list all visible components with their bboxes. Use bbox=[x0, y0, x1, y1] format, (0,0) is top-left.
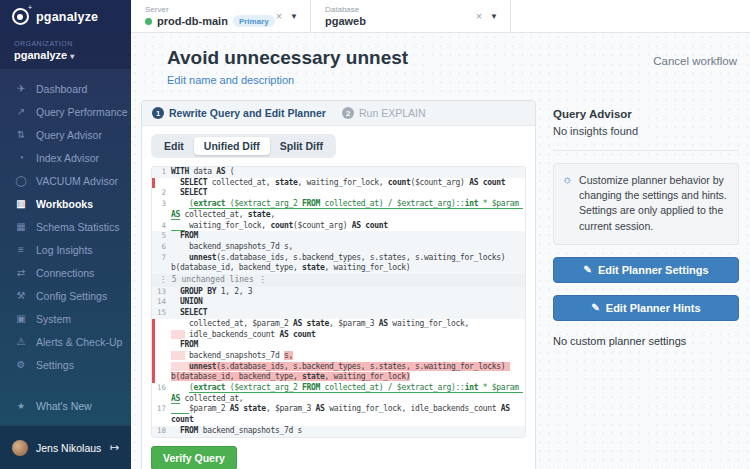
sidebar-item-label: VACUUM Advisor bbox=[36, 175, 118, 187]
line-number: 5 bbox=[152, 231, 171, 242]
sidebar-item-label: Index Advisor bbox=[36, 152, 99, 164]
line-number bbox=[152, 178, 171, 189]
sidebar-item-schema-statistics[interactable]: ▦Schema Statistics bbox=[0, 215, 131, 238]
button-label: Edit Planner Hints bbox=[606, 302, 701, 314]
chart-icon: ↗ bbox=[15, 106, 27, 117]
code-line: unnest(s.database_ids, s.backend_types, … bbox=[152, 362, 525, 383]
line-number: 16 bbox=[152, 383, 171, 404]
pganalyze-logo-icon bbox=[12, 8, 29, 25]
sidebar-item-settings[interactable]: ⚙Settings bbox=[0, 353, 131, 376]
planner-info-box: ☼ Customize planner behavior by changing… bbox=[553, 163, 739, 245]
sidebar-item-dashboard[interactable]: ✈Dashboard bbox=[0, 77, 131, 100]
main-content: Avoid unnecessary unnest Edit name and d… bbox=[131, 33, 750, 469]
server-label: Server bbox=[145, 5, 275, 14]
user-menu[interactable]: Jens Nikolaus ↦ bbox=[0, 425, 131, 469]
sidebar-nav: ✈Dashboard↗Query Performance⇅Query Advis… bbox=[0, 77, 131, 376]
line-number bbox=[152, 340, 171, 351]
pganalyze-logo[interactable]: pganalyze bbox=[0, 0, 131, 33]
line-number: 13 bbox=[152, 287, 171, 298]
organization-name: pganalyze bbox=[14, 49, 67, 61]
logout-icon[interactable]: ↦ bbox=[110, 441, 119, 454]
server-selector[interactable]: Server prod-db-main Primary × ▼ bbox=[131, 0, 311, 32]
button-label: Edit Planner Settings bbox=[598, 264, 709, 276]
edit-pencil-icon: ✎ bbox=[583, 264, 591, 275]
gift-icon: ★ bbox=[15, 401, 27, 411]
step-run-explain[interactable]: 2Run EXPLAIN bbox=[342, 107, 426, 119]
sidebar-item-workbooks[interactable]: ▥Workbooks bbox=[0, 192, 131, 215]
sidebar-item-connections[interactable]: ⇄Connections bbox=[0, 261, 131, 284]
sidebar-item-system[interactable]: ▣System bbox=[0, 307, 131, 330]
sidebar-item-label: Dashboard bbox=[36, 83, 87, 95]
paper-plane-icon: ✈ bbox=[15, 83, 27, 94]
edit-planner-hints-button[interactable]: ✎Edit Planner Hints bbox=[553, 295, 739, 321]
code-line: 6 backend_snapshots_7d s, bbox=[152, 242, 525, 253]
line-number: 1 bbox=[152, 167, 171, 178]
database-name: pgaweb bbox=[325, 15, 366, 27]
whats-new-label: What's New bbox=[36, 400, 92, 412]
server-status-dot bbox=[145, 18, 152, 25]
step-number-icon: 2 bbox=[342, 107, 354, 119]
sidebar-item-query-advisor[interactable]: ⇅Query Advisor bbox=[0, 123, 131, 146]
sidebar-item-label: Settings bbox=[36, 359, 74, 371]
line-number bbox=[152, 319, 171, 330]
sidebar-item-label: Schema Statistics bbox=[36, 221, 119, 233]
sidebar-item-label: Workbooks bbox=[36, 198, 93, 210]
line-number: 14 bbox=[152, 297, 171, 308]
code-line: 15 SELECT bbox=[152, 308, 525, 319]
sidebar-item-log-insights[interactable]: ≡Log Insights bbox=[0, 238, 131, 261]
workflow-steps: 1Rewrite Query and Edit Planner2Run EXPL… bbox=[142, 101, 535, 126]
server-dropdown-icon[interactable]: ▼ bbox=[290, 12, 298, 21]
gear-icon: ⚙ bbox=[15, 359, 27, 370]
step-rewrite-query-and-edit-planner[interactable]: 1Rewrite Query and Edit Planner bbox=[152, 107, 326, 119]
code-line: 7 unnest(s.database_ids, s.backend_types… bbox=[152, 253, 525, 274]
code-line: collected_at, $param_2 AS state, $param_… bbox=[152, 319, 525, 330]
sliders-icon: ⇅ bbox=[15, 129, 27, 140]
sql-diff-editor[interactable]: 1WITH data AS ( SELECT collected_at, sta… bbox=[151, 166, 526, 438]
line-number: 6 bbox=[152, 242, 171, 253]
code-line: 3 (extract ($extract_arg_2 FROM collecte… bbox=[152, 199, 525, 220]
code-line: 2 SELECT bbox=[152, 188, 525, 199]
verify-query-button[interactable]: Verify Query bbox=[151, 446, 237, 469]
database-dropdown-icon[interactable]: ▼ bbox=[490, 12, 498, 21]
sidebar-item-vacuum-advisor[interactable]: ◯VACUUM Advisor bbox=[0, 169, 131, 192]
code-line: 1WITH data AS ( bbox=[152, 167, 525, 178]
edit-name-description-link[interactable]: Edit name and description bbox=[167, 74, 294, 86]
code-line: 17 $param_2 AS state, $param_3 AS waitin… bbox=[152, 404, 525, 425]
diff-view-tabs: EditUnified DiffSplit Diff bbox=[151, 134, 336, 158]
sidebar-item-query-performance[interactable]: ↗Query Performance bbox=[0, 100, 131, 123]
line-number: 17 bbox=[152, 404, 171, 425]
sidebar-item-config-settings[interactable]: ⚒Config Settings bbox=[0, 284, 131, 307]
step-label: Run EXPLAIN bbox=[359, 107, 426, 119]
line-number bbox=[152, 351, 171, 362]
code-line: 18 FROM backend_snapshots_7d s bbox=[152, 426, 525, 437]
sidebar-item-whats-new[interactable]: ★ What's New bbox=[0, 394, 131, 417]
tab-split-diff[interactable]: Split Diff bbox=[270, 137, 333, 155]
sidebar: ORGANIZATION pganalyze ▾ ✈Dashboard↗Quer… bbox=[0, 33, 131, 469]
cancel-workflow-link[interactable]: Cancel workflow bbox=[653, 55, 737, 67]
line-number: 4 bbox=[152, 221, 171, 232]
query-advisor-panel: Query Advisor No insights found ☼ Custom… bbox=[553, 108, 739, 347]
edit-planner-settings-button[interactable]: ✎Edit Planner Settings bbox=[553, 257, 739, 283]
edit-pencil-icon: ✎ bbox=[591, 302, 599, 313]
server-icon: ▣ bbox=[15, 313, 27, 324]
organization-label: ORGANIZATION bbox=[14, 40, 117, 47]
tab-unified-diff[interactable]: Unified Diff bbox=[194, 137, 270, 155]
divider bbox=[553, 150, 739, 151]
server-clear-icon[interactable]: × bbox=[276, 10, 282, 22]
line-number bbox=[152, 362, 171, 383]
server-name: prod-db-main bbox=[157, 15, 228, 27]
sidebar-item-label: Config Settings bbox=[36, 290, 107, 302]
sidebar-item-index-advisor[interactable]: ◔Index Advisor bbox=[0, 146, 131, 169]
rewrite-query-card: 1Rewrite Query and Edit Planner2Run EXPL… bbox=[141, 100, 536, 469]
tab-edit[interactable]: Edit bbox=[154, 137, 194, 155]
query-advisor-title: Query Advisor bbox=[553, 108, 739, 120]
database-selector[interactable]: Database pgaweb × ▼ bbox=[311, 0, 511, 32]
organization-switcher[interactable]: ORGANIZATION pganalyze ▾ bbox=[0, 33, 131, 69]
sidebar-item-label: Query Performance bbox=[36, 106, 128, 118]
database-clear-icon[interactable]: × bbox=[476, 10, 482, 22]
sidebar-item-alerts-check-up[interactable]: ⚠Alerts & Check-Up bbox=[0, 330, 131, 353]
log-list-icon: ≡ bbox=[15, 244, 27, 255]
user-avatar bbox=[12, 440, 28, 456]
code-line: 4 waiting_for_lock, count($count_arg) AS… bbox=[152, 221, 525, 232]
org-dropdown-icon: ▾ bbox=[70, 52, 74, 61]
